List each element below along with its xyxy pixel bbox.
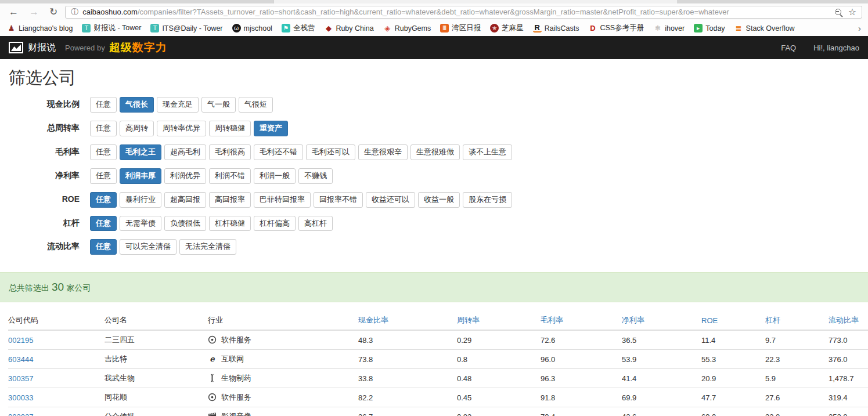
- company-code-link[interactable]: 002195: [8, 336, 33, 345]
- filter-option[interactable]: 收益还可以: [366, 192, 415, 208]
- today-icon: ▸: [694, 24, 703, 32]
- filter-option[interactable]: 生意很难做: [410, 144, 460, 160]
- filter-option[interactable]: 毛利还不错: [254, 144, 303, 160]
- column-header-sort[interactable]: 流动比率: [829, 311, 868, 330]
- filter-option[interactable]: 暴利行业: [120, 192, 161, 208]
- filter-option[interactable]: 任意: [90, 121, 117, 136]
- filter-option[interactable]: 巴菲特回报率: [254, 192, 311, 208]
- bookmark-item[interactable]: ♟Liangchao's blog: [2, 24, 77, 32]
- company-code-link[interactable]: 300033: [8, 393, 33, 402]
- column-header: 公司名: [105, 311, 208, 330]
- bookmark-item[interactable]: TITS@Daily - Tower: [146, 24, 227, 32]
- column-header-sort[interactable]: ROE: [701, 311, 765, 330]
- summary-count: 30: [52, 281, 64, 293]
- zoom-icon[interactable]: [835, 9, 841, 15]
- bookmark-item[interactable]: T财报说 - Tower: [77, 23, 146, 33]
- company-code-link[interactable]: 300357: [8, 374, 33, 383]
- filter-option[interactable]: 任意: [90, 216, 117, 231]
- bookmark-item[interactable]: Ⅲ湾区日报: [435, 23, 485, 33]
- filter-option[interactable]: 负债很低: [164, 216, 206, 231]
- back-icon[interactable]: ←: [3, 7, 24, 17]
- filter-option[interactable]: 高回报率: [209, 192, 251, 208]
- filter-options: 任意高周转周转率优异周转稳健重资产: [90, 121, 288, 136]
- filter-option[interactable]: 股东在亏损: [463, 192, 512, 208]
- filter-option[interactable]: 气一般: [201, 97, 236, 113]
- column-header-sort[interactable]: 周转率: [457, 311, 541, 330]
- filter-row: 总周转率任意高周转周转率优异周转稳健重资产: [0, 121, 868, 136]
- filter-option[interactable]: 高杠杆: [298, 216, 333, 231]
- company-code-link[interactable]: 002027: [8, 413, 33, 416]
- user-greeting[interactable]: Hi!, liangchao: [813, 44, 859, 52]
- forward-icon[interactable]: →: [24, 7, 44, 17]
- filter-options: 任意可以完全清偿无法完全清偿: [90, 239, 236, 255]
- bookmark-item[interactable]: ≣Stack Overflow: [730, 24, 799, 32]
- column-header-sort[interactable]: 毛利率: [541, 311, 622, 330]
- bookmark-label: Stack Overflow: [746, 24, 795, 32]
- company-name: 分众传媒: [105, 407, 208, 416]
- bookmark-label: RubyGems: [395, 24, 431, 32]
- bookmark-item[interactable]: ★芝麻星: [485, 23, 528, 33]
- filter-option[interactable]: 可以完全清偿: [120, 239, 177, 255]
- filter-option[interactable]: 谈不上生意: [463, 144, 512, 160]
- filter-option[interactable]: 现金充足: [157, 97, 199, 113]
- filter-option[interactable]: 利润优异: [164, 168, 206, 184]
- faq-link[interactable]: FAQ: [781, 44, 796, 52]
- filter-option[interactable]: 任意: [90, 144, 117, 160]
- bookmark-item[interactable]: ωmjschool: [228, 24, 277, 32]
- filter-option[interactable]: 超高回报: [164, 192, 206, 208]
- filter-option[interactable]: 高周转: [120, 121, 154, 136]
- bookmark-star-icon[interactable]: ☆: [848, 8, 856, 17]
- filter-option[interactable]: 利润不错: [209, 168, 251, 184]
- filter-option[interactable]: 任意: [90, 168, 117, 184]
- filter-option[interactable]: 周转率优异: [157, 121, 206, 136]
- filter-option[interactable]: 毛利之王: [120, 144, 161, 160]
- ratio-value: 252.8: [829, 407, 868, 416]
- filter-option[interactable]: 无需举债: [120, 216, 161, 231]
- bookmark-item[interactable]: ❄ihover: [649, 24, 689, 32]
- filter-option[interactable]: 生意很艰辛: [358, 144, 408, 160]
- summary-suffix: 家公司: [66, 283, 91, 292]
- filter-option[interactable]: 利润一般: [254, 168, 296, 184]
- company-code-link[interactable]: 603444: [8, 355, 33, 364]
- filter-option[interactable]: 周转稳健: [209, 121, 251, 136]
- filter-option[interactable]: 任意: [90, 239, 117, 255]
- snowflake-icon: ❄: [653, 24, 662, 32]
- bookmark-item[interactable]: ⚑全栈营: [277, 23, 320, 33]
- ratio-value: 1,478.7: [829, 369, 868, 388]
- filter-option[interactable]: 杠杆偏高: [254, 216, 296, 231]
- filter-option[interactable]: 利润丰厚: [120, 168, 161, 184]
- ratio-value: 773.0: [829, 330, 868, 350]
- bookmark-item[interactable]: ◆Ruby China: [319, 24, 378, 32]
- column-header-sort[interactable]: 杠杆: [765, 311, 829, 330]
- filter-option[interactable]: 任意: [90, 192, 117, 208]
- bookmark-item[interactable]: ▸Today: [689, 24, 729, 32]
- brand-logo[interactable]: 财报说: [9, 42, 56, 54]
- filter-option[interactable]: 任意: [90, 97, 117, 113]
- filter-option[interactable]: 气很长: [120, 97, 154, 113]
- filter-option[interactable]: 超高毛利: [164, 144, 206, 160]
- bookmark-item[interactable]: ◈RubyGems: [379, 24, 436, 32]
- tower-icon: T: [150, 24, 159, 32]
- bookmark-label: Ruby China: [336, 24, 373, 32]
- filter-option[interactable]: 不赚钱: [298, 168, 333, 184]
- ratio-value: 55.3: [701, 350, 765, 369]
- column-header-sort[interactable]: 净利率: [622, 311, 701, 330]
- ratio-value: 9.7: [765, 330, 829, 350]
- svg-text:e: e: [210, 354, 215, 363]
- filter-option[interactable]: 杠杆稳健: [209, 216, 251, 231]
- filter-option[interactable]: 回报率不错: [314, 192, 363, 208]
- filter-option[interactable]: 气很短: [239, 97, 273, 113]
- active-tab[interactable]: [273, 0, 678, 3]
- bookmarks-overflow-icon[interactable]: ›: [853, 23, 866, 33]
- column-header-sort[interactable]: 现金比率: [358, 311, 457, 330]
- bookmark-item[interactable]: DCSS参考手册: [584, 23, 649, 33]
- filter-option[interactable]: 无法完全清偿: [179, 239, 236, 255]
- page-info-icon[interactable]: ⓘ: [71, 7, 78, 17]
- url-bar[interactable]: ⓘ caibaoshuo.com/companies/filter?TAsset…: [65, 6, 862, 19]
- bookmark-item[interactable]: RRailsCasts: [528, 24, 584, 32]
- refresh-icon[interactable]: ↻: [44, 7, 63, 17]
- filter-option[interactable]: 毛利还可以: [306, 144, 355, 160]
- filter-option[interactable]: 毛利很高: [209, 144, 251, 160]
- filter-option[interactable]: 收益一般: [418, 192, 460, 208]
- filter-option[interactable]: 重资产: [254, 121, 288, 136]
